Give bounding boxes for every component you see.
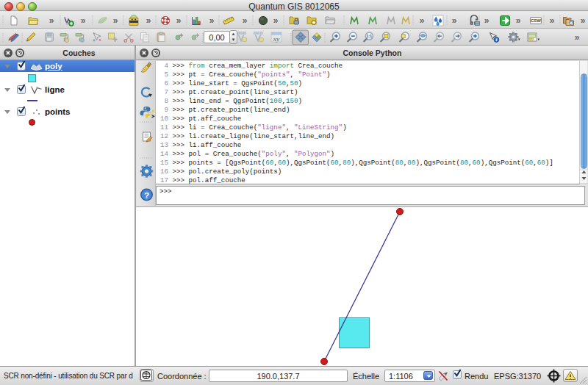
svg-text:?: ?	[144, 190, 149, 200]
